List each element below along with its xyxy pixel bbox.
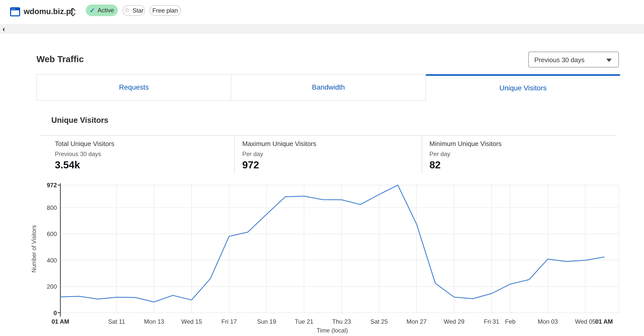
- page-title: Web Traffic: [36, 54, 84, 64]
- x-axis-title: Time (local): [316, 327, 348, 334]
- x-tick-label: 01 AM: [52, 318, 69, 325]
- x-tick-label: Wed 29: [444, 318, 464, 325]
- panel-heading: Unique Visitors: [51, 116, 108, 125]
- status-badge-label: Active: [98, 7, 114, 14]
- x-tick-label: Sun 19: [257, 318, 276, 325]
- y-tick-label: 200: [47, 283, 57, 290]
- plan-badge-label: Free plan: [152, 7, 178, 14]
- x-tick-label: Mon 27: [407, 318, 427, 325]
- y-tick-label: 600: [47, 231, 57, 237]
- x-tick-label: Fri 31: [484, 318, 499, 325]
- stat-title: Maximum Unique Visitors: [242, 140, 316, 148]
- x-tick-label: Wed 15: [181, 318, 202, 325]
- stat-value: 3.54k: [55, 159, 80, 171]
- x-tick-label: Mon 03: [538, 318, 558, 325]
- series-line: [60, 185, 604, 302]
- x-tick-label: Wed 05: [575, 318, 595, 325]
- x-tick-label: Feb: [505, 318, 515, 325]
- y-axis-title: Number of Visitors: [31, 225, 37, 273]
- tab-requests[interactable]: Requests: [36, 74, 231, 100]
- secondary-bar: ‹: [0, 24, 644, 34]
- stat-subtitle: Per day: [242, 151, 263, 158]
- x-tick-label: Fri 17: [221, 318, 237, 325]
- stat-title: Total Unique Visitors: [55, 140, 114, 148]
- divider: [422, 136, 422, 174]
- status-badge: ✓ Active: [86, 5, 118, 16]
- plan-badge[interactable]: Free plan: [149, 5, 181, 16]
- stat-title: Minimum Unique Visitors: [429, 140, 502, 148]
- divider: [40, 135, 616, 136]
- chevron-down-icon: [606, 59, 612, 62]
- y-tick-label: 972: [47, 182, 57, 189]
- dashboard-page: wdomu.biz.pl ✓ Active ☆ Star Free plan ‹…: [0, 0, 644, 336]
- domain-switcher-icon[interactable]: [69, 7, 76, 19]
- x-tick-label: Sat 11: [108, 318, 125, 325]
- time-range-dropdown[interactable]: Previous 30 days: [528, 52, 619, 67]
- star-icon: ☆: [124, 6, 130, 14]
- x-tick-label: Mon 13: [144, 318, 164, 325]
- x-tick-label: Tue 21: [295, 318, 313, 325]
- collapse-chevron-icon[interactable]: ‹: [3, 24, 5, 33]
- x-tick-label: Sat 25: [370, 318, 388, 325]
- y-tick-label: 400: [47, 257, 57, 264]
- browser-window-icon: [10, 7, 20, 18]
- star-button-label: Star: [133, 7, 144, 14]
- top-bar: wdomu.biz.pl ✓ Active ☆ Star Free plan: [0, 0, 644, 24]
- stat-value: 82: [429, 159, 441, 171]
- traffic-tabs: Requests Bandwidth Unique Visitors: [36, 74, 620, 100]
- time-range-value: Previous 30 days: [534, 56, 584, 64]
- x-tick-label: 01 AM: [595, 318, 613, 325]
- divider: [234, 136, 235, 174]
- stat-subtitle: Previous 30 days: [55, 151, 101, 158]
- check-icon: ✓: [90, 7, 95, 14]
- tab-bandwidth[interactable]: Bandwidth: [231, 74, 426, 100]
- x-tick-label: Thu 23: [332, 318, 351, 325]
- stat-value: 972: [242, 159, 259, 171]
- stat-subtitle: Per day: [429, 151, 450, 158]
- domain-name: wdomu.biz.pl: [24, 7, 73, 16]
- tab-unique-visitors[interactable]: Unique Visitors: [426, 74, 620, 100]
- y-tick-label: 800: [47, 204, 57, 211]
- star-button[interactable]: ☆ Star: [123, 5, 145, 16]
- unique-visitors-chart: 972800600400200001 AMSat 11Mon 13Wed 15F…: [0, 174, 644, 336]
- y-tick-label: 0: [54, 310, 57, 316]
